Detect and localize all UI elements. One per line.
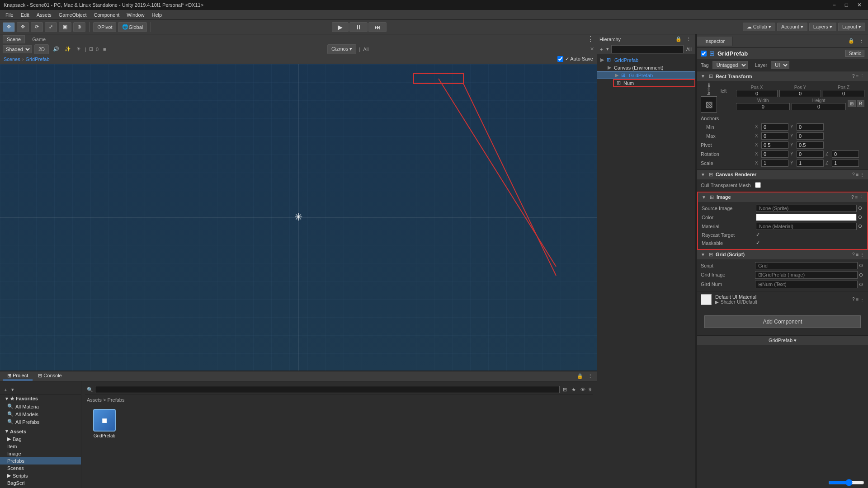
menu-window[interactable]: Window (123, 11, 148, 19)
add-component-btn[interactable]: Add Component (704, 315, 861, 328)
script-value[interactable]: Grid (755, 262, 858, 269)
material-target[interactable]: ⊙ (857, 223, 863, 230)
proj-scenes[interactable]: Scenes (0, 465, 81, 472)
close-btn[interactable]: ✕ (854, 2, 864, 8)
scale-x[interactable] (761, 160, 788, 167)
rect-transform-header[interactable]: ▼ ⊞ Rect Transform ? ≡ ⋮ (697, 71, 868, 81)
grid-image-target[interactable]: ⊙ (858, 272, 864, 278)
tool-rotate[interactable]: ⟳ (31, 22, 43, 32)
image-header[interactable]: ▼ ⊞ Image ? ≡ ⋮ (698, 192, 867, 202)
breadcrumb-gridprefab[interactable]: GridPrefab (25, 56, 49, 62)
proj-bag[interactable]: ▶ Bag (0, 435, 81, 443)
minimize-btn[interactable]: − (830, 2, 839, 8)
rt-posx-input[interactable] (736, 90, 778, 97)
maximize-btn[interactable]: □ (842, 2, 851, 8)
pivot-y[interactable] (797, 141, 824, 149)
layers-btn[interactable]: Layers ▾ (809, 23, 836, 31)
scale-y[interactable] (797, 160, 824, 167)
anchor-max-x[interactable] (761, 132, 788, 140)
tool-scale[interactable]: ⤢ (45, 22, 57, 32)
grid-num-target[interactable]: ⊙ (858, 281, 864, 288)
scene-lighting-btn[interactable]: ☀ (75, 46, 82, 52)
inspector-lock-btn[interactable]: 🔒 (847, 38, 856, 44)
global-btn[interactable]: 🌐 Global (118, 22, 147, 32)
scene-close-btn[interactable]: ✕ (590, 46, 594, 52)
source-image-value[interactable]: None (Sprite) (756, 205, 857, 212)
layout-btn[interactable]: Layout ▾ (838, 23, 865, 31)
play-btn[interactable]: ▶ (332, 22, 349, 32)
scene-view[interactable]: Scene Game ⋮ Shaded 2D 🔊 ✨ ☀ | ⊞0 ≡ Gizm… (0, 34, 597, 371)
static-btn[interactable]: Static (845, 50, 864, 57)
material-value[interactable]: None (Material) (756, 223, 857, 230)
tool-rect[interactable]: ▣ (59, 22, 71, 32)
cull-checkbox[interactable] (755, 182, 761, 188)
rt-posy-input[interactable] (779, 90, 821, 97)
tag-select[interactable]: Untagged (712, 61, 748, 69)
collab-btn[interactable]: ☁ Collab ▾ (743, 23, 775, 31)
gizmos-btn[interactable]: Gizmos ▾ (327, 44, 356, 54)
fx-btn[interactable]: ✨ (63, 46, 72, 52)
tab-scene[interactable]: Scene (3, 35, 25, 43)
grid-num-value[interactable]: ⊞Num (Text) (755, 281, 858, 288)
asset-eyedrop-btn[interactable]: 👁 (579, 386, 587, 393)
rt-height-input[interactable] (792, 103, 845, 110)
rot-y[interactable] (797, 150, 824, 158)
proj-fav-prefabs[interactable]: 🔍 All Prefabs (0, 418, 81, 426)
inspector-tab[interactable]: Inspector (697, 37, 732, 46)
proj-bagscripts[interactable]: BagScri (0, 479, 81, 487)
hier-num[interactable]: ⊞ Num (613, 79, 695, 87)
scale-z[interactable] (832, 160, 859, 167)
rt-snap-btn[interactable]: ⊞ (848, 100, 856, 107)
menu-edit[interactable]: Edit (17, 11, 33, 19)
proj-fav-models[interactable]: 🔍 All Models (0, 410, 81, 418)
proj-image[interactable]: Image (0, 450, 81, 457)
hierarchy-add-arrow[interactable]: ▾ (605, 46, 610, 52)
add-asset-btn[interactable]: + (3, 387, 8, 393)
autosave-checkbox[interactable] (557, 56, 563, 62)
tab-console[interactable]: ⊞ Console (33, 372, 66, 380)
grid-script-header[interactable]: ▼ ⊞ Grid (Script) ? ≡ ⋮ (697, 250, 868, 259)
scene-options-btn[interactable]: ⋮ (587, 35, 594, 43)
hierarchy-lock-btn[interactable]: 🔒 (674, 36, 683, 42)
anchor-min-y[interactable] (797, 123, 824, 131)
rt-width-input[interactable] (736, 103, 790, 110)
layer-select[interactable]: UI (771, 61, 789, 69)
rt-blueprint-btn[interactable]: R (857, 100, 864, 107)
anchor-max-y[interactable] (797, 132, 824, 140)
rot-x[interactable] (761, 150, 788, 158)
menu-help[interactable]: Help (148, 11, 165, 19)
tool-transform[interactable]: ⊕ (73, 22, 85, 32)
asset-star-btn[interactable]: ★ (570, 386, 577, 393)
menu-file[interactable]: File (2, 11, 17, 19)
proj-scripts[interactable]: ▶ Scripts (0, 472, 81, 479)
audio-btn[interactable]: 🔊 (52, 46, 61, 52)
account-btn[interactable]: Account ▾ (777, 23, 807, 31)
hier-canvas-env[interactable]: ▶ Canvas (Environment) (597, 64, 695, 71)
tab-project[interactable]: ⊞ Project (3, 372, 33, 380)
inspector-more-btn[interactable]: ⋮ (858, 38, 865, 44)
proj-prefabs[interactable]: Prefabs (0, 457, 81, 465)
menu-assets[interactable]: Assets (33, 11, 55, 19)
hierarchy-options-btn[interactable]: ⋮ (685, 36, 693, 42)
2d-btn[interactable]: 2D (34, 44, 49, 54)
source-image-target[interactable]: ⊙ (857, 205, 863, 211)
add-asset-arrow[interactable]: ▾ (10, 386, 15, 393)
color-target[interactable]: ⊙ (857, 214, 863, 221)
hier-gridprefab[interactable]: ▶ ⊞ GridPrefab (597, 71, 695, 79)
rt-anchor-box[interactable]: ▧ (701, 96, 717, 113)
project-lock-btn[interactable]: 🔒 (576, 373, 585, 380)
script-target[interactable]: ⊙ (858, 262, 864, 269)
rot-z[interactable] (832, 150, 859, 158)
scene-canvas[interactable]: ✳ (0, 64, 597, 371)
menu-gameobject[interactable]: GameObject (55, 11, 90, 19)
pause-btn[interactable]: ⏸ (349, 22, 368, 32)
tool-move[interactable]: ✥ (17, 22, 29, 32)
asset-filter-btn[interactable]: ⊞ (561, 386, 568, 393)
color-field[interactable] (756, 214, 857, 221)
proj-item[interactable]: Item (0, 443, 81, 450)
anchor-min-x[interactable] (761, 123, 788, 131)
grid-image-value[interactable]: ⊞GridPrefab (Image) (755, 271, 858, 279)
step-btn[interactable]: ⏭ (368, 22, 387, 32)
breadcrumb-scenes[interactable]: Scenes (4, 56, 20, 62)
proj-fav-materia[interactable]: 🔍 All Materia (0, 403, 81, 410)
